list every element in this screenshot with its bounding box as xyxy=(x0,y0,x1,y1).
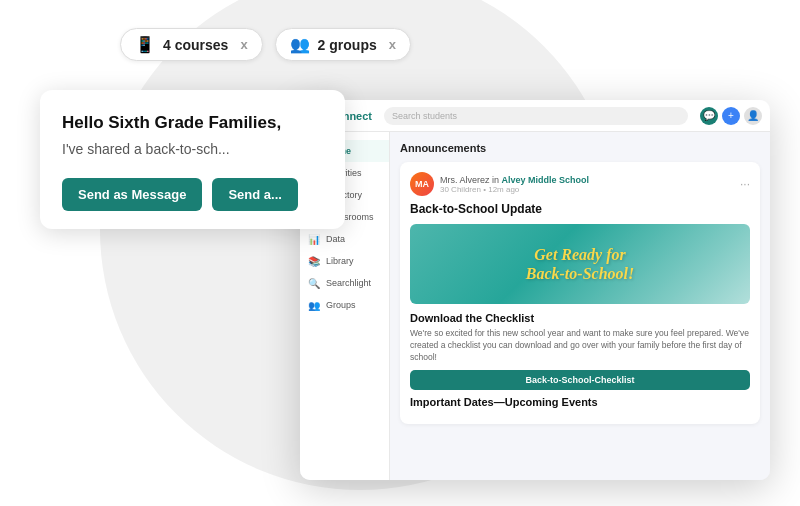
checklist-section: Download the Checklist We're so excited … xyxy=(410,312,750,408)
send-as-message-button[interactable]: Send as Message xyxy=(62,178,202,211)
back-to-school-banner: Get Ready for Back-to-School! xyxy=(410,224,750,304)
time-ago: 12m ago xyxy=(488,185,519,194)
checklist-title: Download the Checklist xyxy=(410,312,750,324)
message-icon-btn[interactable]: 💬 xyxy=(700,107,718,125)
groups-close[interactable]: x xyxy=(389,37,396,52)
author-meta: Mrs. Alverez in Alvey Middle School 30 C… xyxy=(440,175,734,194)
send-button[interactable]: Send a... xyxy=(212,178,297,211)
author-school[interactable]: Alvey Middle School xyxy=(502,175,590,185)
post-title: Back-to-School Update xyxy=(410,202,750,216)
sidebar-item-groups[interactable]: 👥 Groups xyxy=(300,294,389,316)
compose-card: Hello Sixth Grade Families, I've shared … xyxy=(40,90,345,229)
user-icon-btn[interactable]: 👤 xyxy=(744,107,762,125)
announcement-header: MA Mrs. Alverez in Alvey Middle School 3… xyxy=(410,172,750,196)
checklist-button[interactable]: Back-to-School-Checklist xyxy=(410,370,750,390)
browser-topbar: Connect Search students 💬 + 👤 xyxy=(300,100,770,132)
children-count: 30 Children xyxy=(440,185,481,194)
sidebar-item-groups-label: Groups xyxy=(326,300,356,310)
sidebar-item-searchlight[interactable]: 🔍 Searchlight xyxy=(300,272,389,294)
author-info: Mrs. Alverez in Alvey Middle School xyxy=(440,175,734,185)
search-bar[interactable]: Search students xyxy=(384,107,688,125)
groups-tag[interactable]: 👥 2 groups x xyxy=(275,28,411,61)
sidebar-item-library[interactable]: 📚 Library xyxy=(300,250,389,272)
add-icon-btn[interactable]: + xyxy=(722,107,740,125)
tags-row: 📱 4 courses x 👥 2 groups x xyxy=(120,28,411,61)
courses-icon: 📱 xyxy=(135,35,155,54)
groups-label: 2 groups xyxy=(318,37,377,53)
courses-tag[interactable]: 📱 4 courses x xyxy=(120,28,263,61)
groups-sidebar-icon: 👥 xyxy=(308,299,320,311)
sidebar-item-data-label: Data xyxy=(326,234,345,244)
announcement-card: MA Mrs. Alverez in Alvey Middle School 3… xyxy=(400,162,760,424)
search-placeholder: Search students xyxy=(392,111,457,121)
banner-line1: Get Ready for xyxy=(534,246,626,263)
banner-line2: Back-to-School! xyxy=(526,265,634,282)
courses-close[interactable]: x xyxy=(240,37,247,52)
announcement-menu[interactable]: ··· xyxy=(740,177,750,191)
section-title: Announcements xyxy=(400,142,760,154)
checklist-desc: We're so excited for this new school yea… xyxy=(410,328,750,364)
banner-text: Get Ready for Back-to-School! xyxy=(526,245,634,283)
sidebar-item-data[interactable]: 📊 Data xyxy=(300,228,389,250)
author-name[interactable]: Mrs. Alverez xyxy=(440,175,490,185)
post-time: 30 Children • 12m ago xyxy=(440,185,734,194)
important-dates-title: Important Dates—Upcoming Events xyxy=(410,396,750,408)
card-actions: Send as Message Send a... xyxy=(62,178,323,211)
courses-label: 4 courses xyxy=(163,37,228,53)
browser-window: Connect Search students 💬 + 👤 🏠 Home ⚡ A… xyxy=(300,100,770,480)
author-preposition: in xyxy=(492,175,502,185)
sidebar-item-searchlight-label: Searchlight xyxy=(326,278,371,288)
app-layout: 🏠 Home ⚡ Activities 👤 Directory 🏫 Classr… xyxy=(300,132,770,480)
sidebar-item-library-label: Library xyxy=(326,256,354,266)
author-avatar: MA xyxy=(410,172,434,196)
compose-card-body: I've shared a back-to-sch... xyxy=(62,140,323,160)
library-icon: 📚 xyxy=(308,255,320,267)
searchlight-icon: 🔍 xyxy=(308,277,320,289)
compose-card-title: Hello Sixth Grade Families, xyxy=(62,112,323,134)
groups-icon: 👥 xyxy=(290,35,310,54)
main-content: Announcements MA Mrs. Alverez in Alvey M… xyxy=(390,132,770,480)
topbar-icons: 💬 + 👤 xyxy=(700,107,762,125)
data-icon: 📊 xyxy=(308,233,320,245)
